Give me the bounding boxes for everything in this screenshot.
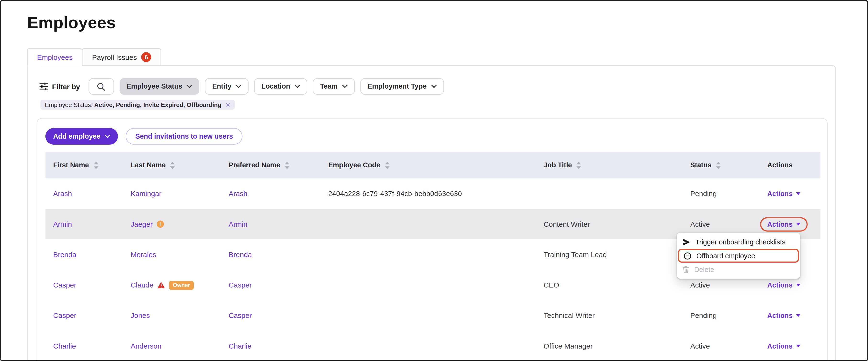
filter-location[interactable]: Location [254,78,307,94]
row-actions-button[interactable]: Actions [767,281,801,289]
column-header-preferred-name[interactable]: Preferred Name [221,161,320,169]
menu-item-delete: Delete [677,262,800,277]
first-name-cell: Arash [45,190,123,198]
sort-icon[interactable] [716,162,721,169]
remove-filter-icon[interactable]: ✕ [225,102,230,108]
preferred-name-link[interactable]: Charlie [229,342,251,350]
caret-down-icon [796,192,801,195]
filter-team[interactable]: Team [313,78,355,94]
filter-label: Entity [212,83,231,90]
first-name-link[interactable]: Casper [53,281,76,289]
app-window: Employees Employees Payroll Issues 6 Fil… [0,0,868,361]
warning-icon [157,281,165,289]
menu-item-offboard-employee[interactable]: Offboard employee [678,249,799,262]
column-header-job-title[interactable]: Job Title [536,161,682,169]
preferred-name-link[interactable]: Armin [229,220,248,228]
preferred-name-cell: Brenda [221,250,320,259]
preferred-name-cell: Arash [221,190,320,198]
sort-icon[interactable] [577,162,582,169]
preferred-name-link[interactable]: Casper [229,311,252,320]
preferred-name-cell: Armin [221,220,320,228]
chevron-down-icon [187,85,192,88]
filter-label: Employment Type [367,83,427,90]
last-name-cell: Jaegeri [123,220,221,228]
job-title: Technical Writer [544,311,595,320]
last-name-link[interactable]: Anderson [131,342,161,350]
row-actions-button[interactable]: Actions [767,312,801,320]
row-actions-button[interactable]: Actions [767,342,801,350]
job-title-cell: Content Writer [536,220,682,228]
last-name-cell: Anderson [123,342,221,350]
column-label: First Name [53,161,89,169]
sort-icon[interactable] [285,162,290,169]
tab-employees[interactable]: Employees [27,48,83,66]
toolbar: Add employee Send invitations to new use… [45,128,243,145]
first-name-link[interactable]: Armin [53,220,72,228]
preferred-name-link[interactable]: Casper [229,281,252,289]
send-invitations-button[interactable]: Send invitations to new users [126,128,242,145]
preferred-name-link[interactable]: Brenda [229,250,252,259]
sort-icon[interactable] [170,162,175,169]
status-text: Pending [690,190,717,198]
status-text: Pending [690,311,717,320]
job-title: CEO [544,281,559,289]
job-title-cell: CEO [536,281,682,289]
search-icon [97,82,105,91]
menu-item-label: Offboard employee [696,252,755,259]
job-title: Content Writer [544,220,590,228]
filter-entity[interactable]: Entity [205,78,249,94]
last-name-cell: Kamingar [123,190,221,198]
last-name-link[interactable]: Jaeger [131,220,153,228]
menu-item-trigger-onboarding-checklists[interactable]: Trigger onboarding checklists [677,235,800,249]
page-title: Employees [27,13,116,32]
job-title-cell: Training Team Lead [536,250,682,259]
job-title: Office Manager [544,342,593,350]
sort-icon[interactable] [93,162,98,169]
column-header-first-name[interactable]: First Name [45,161,123,169]
filter-chip: Employee Status: Active, Pending, Invite… [40,100,235,110]
info-icon: i [156,220,164,228]
first-name-link[interactable]: Casper [53,311,76,320]
job-title: Training Team Lead [544,250,607,259]
chevron-down-icon [105,135,110,138]
actions-label: Actions [767,281,793,289]
preferred-name-link[interactable]: Arash [229,190,248,198]
last-name-link[interactable]: Claude [131,281,153,289]
minus-circle-icon [684,252,691,259]
row-actions-button[interactable]: Actions [767,220,801,228]
row-actions-button[interactable]: Actions [767,190,801,197]
filter-employee-status[interactable]: Employee Status [119,78,199,94]
search-button[interactable] [88,78,114,94]
menu-item-label: Delete [694,266,714,273]
first-name-link[interactable]: Charlie [53,342,76,350]
last-name-link[interactable]: Jones [131,311,150,320]
add-employee-button[interactable]: Add employee [45,128,118,145]
actions-cell: Actions [760,217,820,231]
last-name-cell: ClaudeOwner [123,281,221,289]
column-label: Job Title [544,161,572,169]
column-header-status[interactable]: Status [683,161,760,169]
filter-label: Employee Status [127,83,182,90]
menu-item-label: Trigger onboarding checklists [695,238,785,246]
last-name-cell: Morales [123,250,221,259]
first-name-cell: Charlie [45,342,123,350]
actions-cell: Actions [760,312,820,320]
employee-code: 2404a228-6c79-437f-94cb-bebb0d63e630 [328,190,462,197]
actions-cell: Actions [760,342,820,350]
status-text: Active [690,342,710,350]
filter-employment-type[interactable]: Employment Type [360,78,444,94]
column-header-actions: Actions [760,161,820,169]
chevron-down-icon [236,85,241,88]
actions-label: Actions [767,312,793,320]
column-header-employee-code[interactable]: Employee Code [320,161,536,169]
status-cell: Pending [683,311,760,320]
first-name-link[interactable]: Brenda [53,250,76,259]
caret-down-icon [796,284,801,286]
column-header-last-name[interactable]: Last Name [123,161,221,169]
last-name-link[interactable]: Kamingar [131,190,161,198]
sort-icon[interactable] [384,162,390,169]
tab-payroll-issues[interactable]: Payroll Issues 6 [82,48,161,66]
last-name-link[interactable]: Morales [131,250,156,259]
send-icon [683,238,690,246]
first-name-link[interactable]: Arash [53,190,72,198]
